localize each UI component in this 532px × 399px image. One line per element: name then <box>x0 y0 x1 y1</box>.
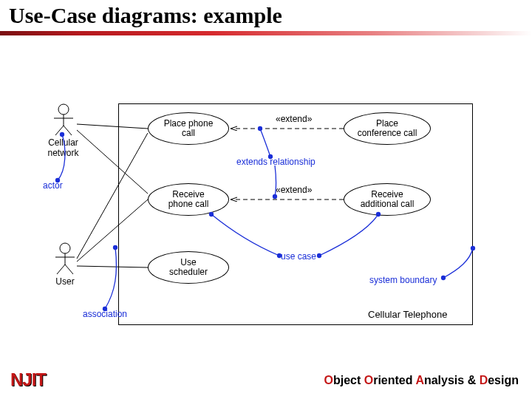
annotation-actor: actor <box>43 180 63 191</box>
actor-label: Cellular network <box>43 137 83 158</box>
actor-user: User <box>50 242 80 287</box>
usecase-place-conference-call: Place conference call <box>344 112 431 145</box>
footer-accent-d: D <box>480 374 488 386</box>
svg-line-8 <box>57 265 65 274</box>
usecase-receive-additional-call: Receive additional call <box>344 183 431 216</box>
svg-point-20 <box>114 246 117 250</box>
page-title: Use-Case diagrams: example <box>9 3 282 28</box>
stick-figure-icon <box>52 242 78 275</box>
footer-accent-a: A <box>415 374 424 386</box>
usecase-place-phone-call: Place phone call <box>148 112 229 145</box>
usecase-use-scheduler: Use scheduler <box>148 251 229 284</box>
footer-text: Object Oriented Analysis & Design <box>324 374 519 387</box>
footer-word-oriented: riented <box>373 374 415 386</box>
footer-word-design: esign <box>488 374 519 386</box>
stick-figure-icon <box>51 103 76 136</box>
svg-point-5 <box>60 243 70 253</box>
usecase-receive-phone-call: Receive phone call <box>148 183 229 216</box>
footer-word-object: bject <box>333 374 364 386</box>
annotation-extends-relationship: extends relationship <box>236 157 316 167</box>
slide: Use-Case diagrams: example Cellular Tele… <box>0 0 532 399</box>
footer-accent-o1: O <box>324 374 332 386</box>
logo-njit: NJIT <box>10 369 46 390</box>
actor-label: User <box>50 276 80 287</box>
svg-line-9 <box>65 265 73 274</box>
footer-accent-o2: O <box>364 374 373 386</box>
stereotype-extend-1: «extend» <box>276 114 312 124</box>
footer-word-analysis: nalysis & <box>424 374 480 386</box>
svg-line-3 <box>55 126 64 135</box>
title-rule <box>0 31 532 35</box>
actor-cellular-network: Cellular network <box>43 103 83 158</box>
annotation-system-boundary: system boundary <box>369 275 437 285</box>
stereotype-extend-2: «extend» <box>276 185 312 195</box>
svg-point-0 <box>58 104 69 115</box>
system-label: Cellular Telephone <box>368 309 447 320</box>
annotation-association: association <box>83 309 127 319</box>
use-case-diagram: Cellular Telephone Cellular network User <box>44 103 488 340</box>
svg-line-4 <box>64 126 72 135</box>
annotation-use-case: use case <box>281 251 316 262</box>
